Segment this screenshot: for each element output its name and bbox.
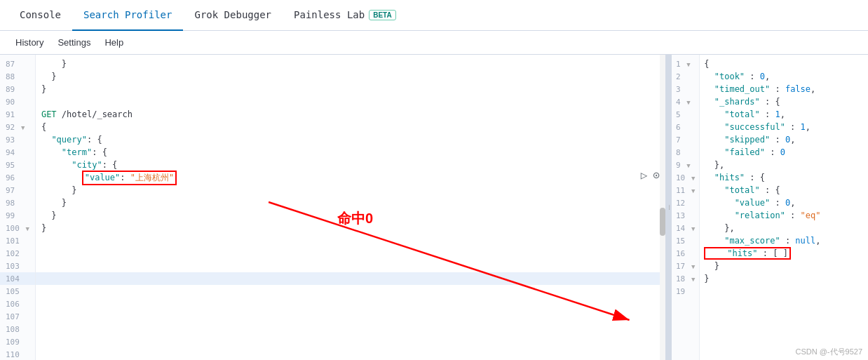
- tab-console[interactable]: Console: [8, 0, 72, 31]
- nav-settings[interactable]: Settings: [50, 34, 97, 51]
- code-line-106: [36, 298, 665, 310]
- code-line-87: }: [36, 58, 665, 70]
- code-line-110: [36, 348, 665, 360]
- result-pane: 1 ▼ 2 3 4 ▼ 5 6 7 8 9 ▼ 10 ▼ 11 ▼ 12 13 …: [672, 55, 868, 360]
- code-line-92: {: [36, 121, 665, 133]
- code-line-101: [36, 234, 665, 247]
- result-line-5: "total" : 1,: [703, 108, 865, 121]
- scrollbar-thumb[interactable]: [660, 208, 665, 236]
- action-icons: ▷ ⊙: [641, 168, 660, 182]
- ln-96: 96: [0, 171, 35, 184]
- result-line-6: "successful" : 1,: [703, 121, 865, 133]
- code-line-91: GET /hotel/_search: [36, 108, 665, 121]
- ln-103: 103: [0, 260, 35, 272]
- ln-88: 88: [0, 70, 35, 83]
- nav-history[interactable]: History: [8, 34, 50, 51]
- result-line-11: "total" : {: [703, 184, 865, 196]
- result-line-3: "timed_out" : false,: [703, 83, 865, 95]
- editor-code-content[interactable]: } } } GET /hotel/_search {: [36, 55, 665, 360]
- ln-110: 110: [0, 348, 35, 360]
- ln-106: 106: [0, 298, 35, 310]
- code-line-97: }: [36, 184, 665, 196]
- code-line-93: "query": {: [36, 133, 665, 146]
- code-line-109: [36, 335, 665, 348]
- watermark: CSDN @-代号9527: [795, 347, 862, 357]
- run-icon[interactable]: ▷: [641, 168, 648, 182]
- beta-badge: BETA: [369, 10, 395, 20]
- result-code-content: { "took" : 0, "timed_out" : false, "_sha…: [700, 55, 868, 360]
- ln-87: 87: [0, 58, 35, 70]
- ln-91: 91: [0, 108, 35, 121]
- result-line-8: "failed" : 0: [703, 146, 865, 159]
- code-line-103: [36, 260, 665, 272]
- ln-105: 105: [0, 285, 35, 298]
- code-line-107: [36, 310, 665, 323]
- result-line-16: "hits" : [ ]: [703, 247, 865, 260]
- code-line-105: [36, 285, 665, 298]
- result-line-14: },: [703, 222, 865, 234]
- top-navigation: Console Search Profiler Grok Debugger Pa…: [0, 0, 868, 31]
- tab-search-profiler[interactable]: Search Profiler: [72, 0, 183, 31]
- result-line-4: "_shards" : {: [703, 95, 865, 108]
- result-line-numbers: 1 ▼ 2 3 4 ▼ 5 6 7 8 9 ▼ 10 ▼ 11 ▼ 12 13 …: [672, 55, 700, 360]
- ln-107: 107: [0, 310, 35, 323]
- editor-pane: 87 88 89 90 91 92 ▼ 93 94 95 96 97 98 99…: [0, 55, 666, 360]
- code-line-89: }: [36, 83, 665, 95]
- annotation-text: 命中0: [337, 209, 373, 228]
- code-line-88: }: [36, 70, 665, 83]
- ln-95: 95: [0, 159, 35, 171]
- ln-93: 93: [0, 133, 35, 146]
- code-line-95: "city": {: [36, 159, 665, 171]
- code-line-108: [36, 323, 665, 335]
- ln-100: 100 ▼: [0, 222, 35, 234]
- result-line-12: "value" : 0,: [703, 196, 865, 209]
- tab-grok-debugger[interactable]: Grok Debugger: [183, 0, 283, 31]
- code-line-96: "value": "上海杭州": [36, 171, 665, 184]
- main-content: 87 88 89 90 91 92 ▼ 93 94 95 96 97 98 99…: [0, 55, 868, 360]
- code-line-94: "term": {: [36, 146, 665, 159]
- tab-painless-lab[interactable]: Painless Lab BETA: [283, 0, 407, 31]
- result-line-19: [703, 285, 865, 298]
- result-line-9: },: [703, 159, 865, 171]
- result-line-7: "skipped" : 0,: [703, 133, 865, 146]
- code-line-102: [36, 247, 665, 260]
- result-line-10: "hits" : {: [703, 171, 865, 184]
- secondary-navigation: History Settings Help: [0, 31, 868, 55]
- ln-109: 109: [0, 335, 35, 348]
- ln-90: 90: [0, 95, 35, 108]
- ln-89: 89: [0, 83, 35, 95]
- ln-102: 102: [0, 247, 35, 260]
- result-line-2: "took" : 0,: [703, 70, 865, 83]
- ln-97: 97: [0, 184, 35, 196]
- result-line-15: "max_score" : null,: [703, 234, 865, 247]
- ln-98: 98: [0, 196, 35, 209]
- ln-92: 92 ▼: [0, 121, 35, 133]
- code-line-98: }: [36, 196, 665, 209]
- ln-99: 99: [0, 209, 35, 222]
- editor-scrollbar[interactable]: [660, 55, 665, 360]
- result-line-17: }: [703, 260, 865, 272]
- line-numbers: 87 88 89 90 91 92 ▼ 93 94 95 96 97 98 99…: [0, 55, 36, 360]
- code-line-104: [36, 272, 665, 285]
- ln-94: 94: [0, 146, 35, 159]
- ln-101: 101: [0, 234, 35, 247]
- result-line-1: {: [703, 58, 865, 70]
- result-line-13: "relation" : "eq": [703, 209, 865, 222]
- ln-108: 108: [0, 323, 35, 335]
- copy-icon[interactable]: ⊙: [653, 168, 660, 182]
- result-line-18: }: [703, 272, 865, 285]
- code-line-90: [36, 95, 665, 108]
- pane-divider[interactable]: ⁞: [666, 55, 672, 360]
- nav-help[interactable]: Help: [97, 34, 130, 51]
- ln-104: 104: [0, 272, 35, 285]
